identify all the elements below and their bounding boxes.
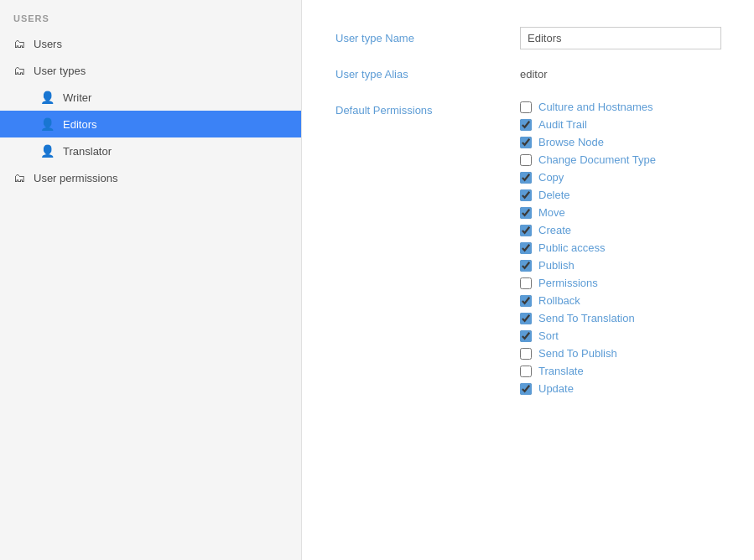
user-type-alias-row: User type Alias editor	[335, 63, 720, 80]
permission-checkbox-change-document-type[interactable]	[520, 154, 532, 166]
permission-label-update[interactable]: Update	[538, 382, 574, 395]
sidebar-item-translator[interactable]: 👤Translator	[0, 137, 301, 164]
permission-item-create: Create	[520, 224, 656, 236]
permission-checkbox-sort[interactable]	[520, 330, 532, 342]
permission-checkbox-delete[interactable]	[520, 189, 532, 201]
sidebar-section-label: USERS	[0, 13, 301, 30]
sidebar-item-user-types[interactable]: 🗂User types	[0, 57, 301, 84]
user-type-alias-text: editor	[520, 63, 720, 80]
permission-item-send-to-translation: Send To Translation	[520, 312, 656, 324]
permission-label-publish[interactable]: Publish	[538, 259, 575, 272]
permission-item-audit-trail: Audit Trail	[520, 118, 656, 131]
permission-label-send-to-publish[interactable]: Send To Publish	[538, 347, 617, 360]
permission-checkbox-send-to-publish[interactable]	[520, 348, 532, 360]
sidebar-item-label-editors: Editors	[63, 118, 96, 131]
permission-item-rollback: Rollback	[520, 294, 656, 307]
user-type-name-input[interactable]	[520, 27, 721, 49]
permission-checkbox-translate[interactable]	[520, 366, 532, 377]
permission-label-public-access[interactable]: Public access	[538, 241, 605, 254]
sidebar-item-writer[interactable]: 👤Writer	[0, 84, 301, 111]
user-icon: 👤	[40, 91, 55, 104]
permission-label-rollback[interactable]: Rollback	[538, 294, 580, 307]
permission-label-create[interactable]: Create	[538, 224, 571, 236]
permission-label-send-to-translation[interactable]: Send To Translation	[538, 312, 635, 324]
permission-checkbox-copy[interactable]	[520, 172, 532, 184]
permission-item-send-to-publish: Send To Publish	[520, 347, 656, 360]
folder-icon: 🗂	[13, 37, 25, 50]
permission-label-audit-trail[interactable]: Audit Trail	[538, 118, 587, 131]
sidebar-item-label-user-types: User types	[34, 65, 86, 77]
permission-item-move: Move	[520, 206, 656, 219]
permission-label-copy[interactable]: Copy	[538, 171, 564, 184]
sidebar-item-label-user-permissions: User permissions	[34, 172, 117, 184]
permission-item-culture-hostnames: Culture and Hostnames	[520, 101, 656, 113]
permission-checkbox-audit-trail[interactable]	[520, 119, 532, 131]
permissions-row: Default Permissions Culture and Hostname…	[335, 101, 720, 395]
user-icon: 👤	[40, 144, 55, 158]
permission-label-sort[interactable]: Sort	[538, 329, 559, 342]
sidebar: USERS 🗂Users🗂User types👤Writer👤Editors👤T…	[0, 0, 302, 560]
permissions-list: Culture and HostnamesAudit TrailBrowse N…	[520, 101, 656, 395]
user-type-alias-label: User type Alias	[335, 63, 520, 80]
permission-item-sort: Sort	[520, 329, 656, 342]
user-type-name-value	[520, 27, 721, 49]
permission-item-browse-node: Browse Node	[520, 136, 656, 148]
user-icon: 👤	[40, 117, 55, 131]
permission-label-change-document-type[interactable]: Change Document Type	[538, 153, 656, 166]
user-type-alias-value: editor	[520, 63, 720, 80]
permission-label-translate[interactable]: Translate	[538, 365, 584, 377]
main-content: User type Name User type Alias editor De…	[302, 0, 754, 560]
permission-checkbox-permissions[interactable]	[520, 277, 532, 289]
permission-checkbox-culture-hostnames[interactable]	[520, 101, 532, 113]
permission-checkbox-publish[interactable]	[520, 260, 532, 272]
permission-checkbox-create[interactable]	[520, 225, 532, 236]
user-type-name-label: User type Name	[335, 27, 520, 44]
permission-item-copy: Copy	[520, 171, 656, 184]
permission-checkbox-rollback[interactable]	[520, 295, 532, 307]
folder-icon: 🗂	[13, 171, 25, 184]
permission-label-permissions[interactable]: Permissions	[538, 277, 598, 289]
permission-item-update: Update	[520, 382, 656, 395]
permission-label-delete[interactable]: Delete	[538, 189, 570, 201]
sidebar-item-label-translator: Translator	[63, 145, 112, 158]
permission-checkbox-update[interactable]	[520, 383, 532, 395]
folder-icon: 🗂	[13, 64, 25, 77]
permission-item-public-access: Public access	[520, 241, 656, 254]
permissions-section: Default Permissions Culture and Hostname…	[335, 101, 720, 395]
permission-item-publish: Publish	[520, 259, 656, 272]
permission-label-browse-node[interactable]: Browse Node	[538, 136, 604, 148]
sidebar-item-editors[interactable]: 👤Editors	[0, 111, 301, 137]
permission-checkbox-public-access[interactable]	[520, 242, 532, 254]
user-type-name-row: User type Name	[335, 27, 720, 49]
permission-checkbox-browse-node[interactable]	[520, 137, 532, 148]
permission-checkbox-send-to-translation[interactable]	[520, 313, 532, 324]
permission-label-culture-hostnames[interactable]: Culture and Hostnames	[538, 101, 653, 113]
sidebar-item-user-permissions[interactable]: 🗂User permissions	[0, 164, 301, 191]
sidebar-item-users[interactable]: 🗂Users	[0, 30, 301, 57]
permission-label-move[interactable]: Move	[538, 206, 565, 219]
permission-item-delete: Delete	[520, 189, 656, 201]
default-permissions-label: Default Permissions	[335, 101, 520, 117]
sidebar-item-label-writer: Writer	[63, 91, 91, 104]
permission-item-translate: Translate	[520, 365, 656, 377]
permission-item-change-document-type: Change Document Type	[520, 153, 656, 166]
sidebar-item-label-users: Users	[34, 38, 62, 50]
permission-checkbox-move[interactable]	[520, 207, 532, 219]
permission-item-permissions: Permissions	[520, 277, 656, 289]
